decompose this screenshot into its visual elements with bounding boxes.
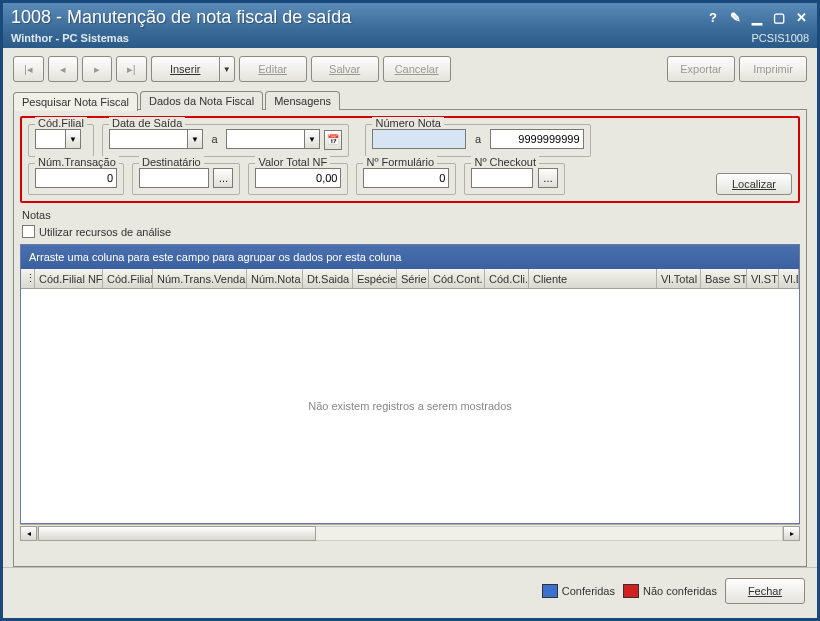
fechar-button[interactable]: Fechar	[725, 578, 805, 604]
lbl-data-saida: Data de Saída	[109, 117, 185, 129]
col-vl-total[interactable]: Vl.Total	[657, 269, 701, 288]
col-cod-cont[interactable]: Cód.Cont.	[429, 269, 485, 288]
col-num-trans-venda[interactable]: Núm.Trans.Venda	[153, 269, 247, 288]
screen-code: PCSIS1008	[752, 32, 809, 44]
data-saida-to-input[interactable]	[226, 129, 304, 149]
col-especie[interactable]: Espécie	[353, 269, 397, 288]
analise-checkbox-row: Utilizar recursos de análise	[22, 225, 800, 238]
numero-nota-sep: a	[471, 133, 485, 145]
grp-num-transacao: Núm.Transação	[28, 163, 124, 196]
imprimir-button[interactable]: Imprimir	[739, 56, 807, 82]
tab-pesquisar[interactable]: Pesquisar Nota Fiscal	[13, 92, 138, 111]
legend-conferidas-label: Conferidas	[562, 585, 615, 597]
col-cod-filial-nf[interactable]: Cód.Filial NF	[35, 269, 103, 288]
inserir-dropdown-button[interactable]: ▼	[219, 56, 235, 82]
nav-first-icon: |◂	[24, 63, 33, 76]
data-saida-from-dropdown[interactable]: ▼	[187, 129, 203, 149]
num-transacao-input[interactable]	[35, 168, 117, 188]
data-saida-to-dropdown[interactable]: ▼	[304, 129, 320, 149]
grid-group-bar[interactable]: Arraste uma coluna para este campo para …	[21, 245, 799, 269]
n-formulario-input[interactable]	[363, 168, 449, 188]
app-window: 1008 - Manutenção de nota fiscal de saíd…	[3, 3, 817, 618]
nav-prev-icon: ◂	[60, 63, 66, 76]
sub-titlebar: Winthor - PC Sistemas PCSIS1008	[3, 30, 817, 48]
scroll-track[interactable]	[37, 526, 783, 541]
close-icon[interactable]: ✕	[793, 10, 809, 26]
chevron-down-icon: ▼	[223, 65, 231, 74]
cancelar-button[interactable]: Cancelar	[383, 56, 451, 82]
grp-n-formulario: Nº Formulário	[356, 163, 456, 196]
tab-dados[interactable]: Dados da Nota Fiscal	[140, 91, 263, 110]
scroll-right-button[interactable]: ▸	[783, 526, 800, 541]
nav-next-icon: ▸	[94, 63, 100, 76]
analise-checkbox[interactable]	[22, 225, 35, 238]
titlebar: 1008 - Manutenção de nota fiscal de saíd…	[3, 3, 817, 30]
inserir-button[interactable]: Inserir	[151, 56, 219, 82]
grp-data-saida: Data de Saída ▼ a ▼ 📅	[102, 124, 349, 157]
col-base-st[interactable]: Base ST	[701, 269, 747, 288]
lbl-numero-nota: Número Nota	[372, 117, 443, 129]
swatch-conferidas	[542, 584, 558, 598]
col-cod-filial[interactable]: Cód.Filial	[103, 269, 153, 288]
numero-nota-from-input[interactable]	[372, 129, 466, 149]
toolbar: |◂ ◂ ▸ ▸| Inserir ▼ Editar Salvar Cancel…	[3, 48, 817, 88]
notas-header: Notas	[22, 209, 800, 221]
lbl-n-formulario: Nº Formulário	[363, 156, 437, 168]
scroll-thumb[interactable]	[38, 526, 316, 541]
col-cliente[interactable]: Cliente	[529, 269, 657, 288]
help-icon[interactable]: ?	[705, 10, 721, 26]
nav-next-button[interactable]: ▸	[82, 56, 112, 82]
col-serie[interactable]: Série	[397, 269, 429, 288]
legend-conferidas: Conferidas	[542, 584, 615, 598]
grid-selector-col[interactable]: ⋮	[21, 269, 35, 288]
numero-nota-to-input[interactable]	[490, 129, 584, 149]
col-num-nota[interactable]: Núm.Nota	[247, 269, 303, 288]
grp-valor-total: Valor Total NF	[248, 163, 348, 196]
grp-n-checkout: Nº Checkout …	[464, 163, 564, 196]
lbl-valor-total: Valor Total NF	[255, 156, 330, 168]
grid-body: Não existem registros a serem mostrados	[21, 289, 799, 523]
editar-button[interactable]: Editar	[239, 56, 307, 82]
nav-last-button[interactable]: ▸|	[116, 56, 147, 82]
analise-checkbox-label: Utilizar recursos de análise	[39, 226, 171, 238]
valor-total-input[interactable]	[255, 168, 341, 188]
tab-panel: Cód.Filial ▼ Data de Saída ▼ a	[13, 109, 807, 567]
lbl-n-checkout: Nº Checkout	[471, 156, 539, 168]
lbl-destinatario: Destinatário	[139, 156, 204, 168]
tab-mensagens[interactable]: Mensagens	[265, 91, 340, 110]
nav-prev-button[interactable]: ◂	[48, 56, 78, 82]
col-dt-saida[interactable]: Dt.Saida	[303, 269, 353, 288]
system-name: Winthor - PC Sistemas	[11, 32, 752, 44]
tabs: Pesquisar Nota Fiscal Dados da Nota Fisc…	[3, 90, 817, 109]
grp-destinatario: Destinatário …	[132, 163, 240, 196]
results-grid: Arraste uma coluna para este campo para …	[20, 244, 800, 524]
legend-nao-conferidas: Não conferidas	[623, 584, 717, 598]
localizar-button[interactable]: Localizar	[716, 173, 792, 195]
destinatario-input[interactable]	[139, 168, 209, 188]
swatch-nao-conferidas	[623, 584, 639, 598]
edit-window-icon[interactable]: ✎	[727, 10, 743, 26]
scroll-left-button[interactable]: ◂	[20, 526, 37, 541]
calendar-icon[interactable]: 📅	[324, 130, 342, 150]
minimize-icon[interactable]: ▁	[749, 10, 765, 26]
destinatario-lookup-button[interactable]: …	[213, 168, 233, 188]
col-vl-de[interactable]: Vl.De	[779, 269, 799, 288]
nav-last-icon: ▸|	[127, 63, 136, 76]
cod-filial-input[interactable]	[35, 129, 65, 149]
grid-hscrollbar[interactable]: ◂ ▸	[20, 524, 800, 541]
nav-first-button[interactable]: |◂	[13, 56, 44, 82]
data-saida-from-input[interactable]	[109, 129, 187, 149]
cod-filial-dropdown[interactable]: ▼	[65, 129, 81, 149]
n-checkout-lookup-button[interactable]: …	[538, 168, 558, 188]
window-title: 1008 - Manutenção de nota fiscal de saíd…	[11, 7, 699, 28]
search-filters: Cód.Filial ▼ Data de Saída ▼ a	[20, 116, 800, 203]
maximize-icon[interactable]: ▢	[771, 10, 787, 26]
data-saida-sep: a	[207, 133, 221, 145]
lbl-cod-filial: Cód.Filial	[35, 117, 87, 129]
col-vl-st[interactable]: Vl.ST	[747, 269, 779, 288]
col-cod-cli[interactable]: Cód.Cli.	[485, 269, 529, 288]
exportar-button[interactable]: Exportar	[667, 56, 735, 82]
grp-numero-nota: Número Nota a	[365, 124, 590, 157]
n-checkout-input[interactable]	[471, 168, 533, 188]
salvar-button[interactable]: Salvar	[311, 56, 379, 82]
